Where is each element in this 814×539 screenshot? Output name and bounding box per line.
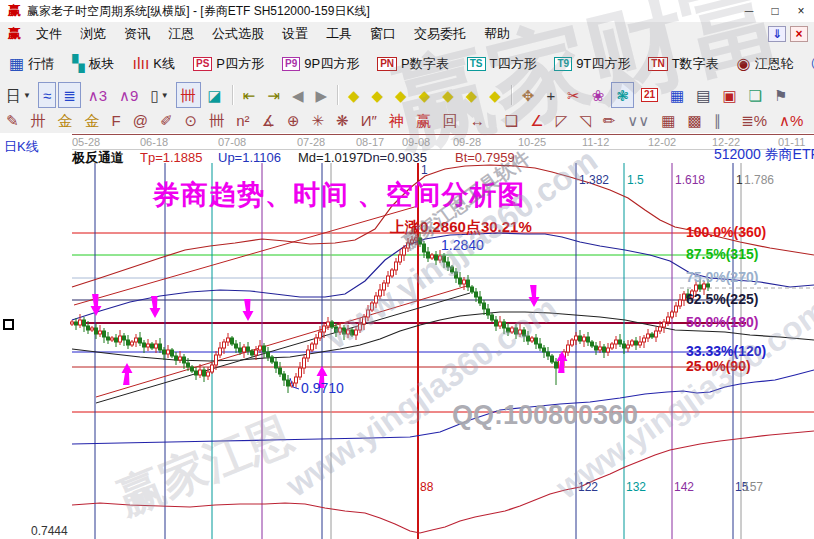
t-square-button[interactable]: TST四方形 — [459, 49, 545, 79]
target-tool-button[interactable]: ⊕ — [282, 108, 305, 134]
candle-style-button[interactable]: 日▼ — [1, 82, 36, 108]
shen-fence-tool-button[interactable]: 神 — [384, 108, 409, 134]
channel-indicator-button[interactable]: 卌 — [176, 82, 201, 108]
compress-left-diamond-button[interactable]: ◆ — [343, 82, 365, 108]
zoom-in-diamond-button[interactable]: ◆ — [461, 82, 483, 108]
sectors-button[interactable]: ▚板块 — [64, 49, 122, 79]
cut-tool-button[interactable]: ✂ — [562, 82, 585, 108]
wave-mark-tool-button[interactable]: И″ — [356, 108, 382, 134]
volume-chart-button[interactable]: ◪ — [203, 82, 227, 108]
menu-item-9[interactable]: 帮助 — [475, 24, 519, 43]
time-rule-button[interactable]: 卅 — [26, 108, 51, 134]
win-fence-tool-button[interactable]: 赢 — [411, 108, 436, 134]
trade-icon: ⚑ — [774, 88, 787, 103]
next-bar-button[interactable]: ▶ — [310, 82, 332, 108]
nine-p-square-button[interactable]: P99P四方形 — [274, 49, 367, 79]
last-bar-button[interactable]: ⇥ — [262, 82, 285, 108]
prev-bar-button[interactable]: ◀ — [287, 82, 309, 108]
left-edge-marker[interactable] — [3, 319, 14, 330]
gold-rule-button[interactable]: 金 — [53, 108, 78, 134]
grid-large-tool-button[interactable]: ▩ — [683, 108, 707, 134]
gann-wheel-button[interactable]: ◉江恩轮 — [729, 49, 802, 79]
trade-button[interactable]: ⚑ — [769, 82, 792, 108]
t-number-table-button[interactable]: TNT数字表 — [640, 49, 726, 79]
calendar-button[interactable]: 21 — [636, 82, 663, 108]
menu-item-1[interactable]: 浏览 — [71, 24, 115, 43]
grid-fan-tool-button[interactable]: ◹ — [574, 108, 596, 134]
mdi-restore-icon[interactable]: ⇓ — [768, 26, 786, 42]
channel-overlay-button[interactable]: ≈ — [38, 82, 56, 108]
date-tick-label: 08-17 — [356, 136, 384, 148]
save-button[interactable]: ▣ — [717, 82, 741, 108]
p-number-table-button[interactable]: PNP数字表 — [369, 49, 457, 79]
measure-percent-button[interactable]: ≣% — [736, 108, 772, 134]
grid-small-tool-button[interactable]: ▦ — [656, 108, 680, 134]
wave-9-button[interactable]: ∧9 — [114, 82, 143, 108]
draw-lines-tool-button[interactable]: ✏ — [598, 108, 621, 134]
expand-all-diamond-button[interactable]: ◆ — [437, 82, 459, 108]
star-web-tool-button[interactable]: ✳ — [307, 108, 330, 134]
crosshair-tool-button[interactable]: + — [541, 82, 560, 108]
mdi-close-icon[interactable]: × — [790, 26, 808, 42]
mark-tool-button[interactable]: ❀ — [587, 82, 610, 108]
bar-style-button[interactable]: ▯▼ — [145, 82, 173, 108]
notes-button[interactable]: ▤ — [691, 82, 715, 108]
menu-item-4[interactable]: 公式选股 — [203, 24, 273, 43]
wave-percent-button[interactable]: ∧% — [774, 108, 808, 134]
web-tool-button[interactable]: ❃ — [611, 82, 634, 108]
menu-item-8[interactable]: 交易委托 — [405, 24, 475, 43]
date-tick-label: 12-02 — [648, 136, 676, 148]
span-measure-tool-icon: ↔ — [470, 113, 485, 128]
info-panel-button[interactable]: ≣ — [58, 82, 81, 108]
menu-item-2[interactable]: 资讯 — [115, 24, 159, 43]
pencil-tool-button[interactable]: ✎ — [1, 108, 24, 134]
kline-button[interactable]: ılııK线 — [124, 49, 183, 79]
gann-clock-button[interactable]: ⊙ — [180, 108, 203, 134]
pencil-2-tool-button[interactable]: ✐ — [155, 108, 178, 134]
menu-item-3[interactable]: 江恩 — [159, 24, 203, 43]
n-square-tool-button[interactable]: n² — [231, 108, 254, 134]
zoom-out-diamond-button[interactable]: ◆ — [484, 82, 506, 108]
analysis-title: 券商趋势、时间 、空间分析图 — [153, 181, 526, 211]
quotes-button[interactable]: ▦行情 — [1, 49, 62, 79]
gold-rule-2-button[interactable]: 金 — [80, 108, 105, 134]
angle-tool-button[interactable]: ∡ — [256, 108, 279, 134]
first-bar-button[interactable]: ⇤ — [238, 82, 261, 108]
close-button[interactable]: × — [788, 2, 814, 20]
calculator-button[interactable]: ▦ — [665, 82, 689, 108]
menu-item-0[interactable]: 文件 — [27, 24, 71, 43]
spiral-tool-button[interactable]: @ — [128, 108, 153, 134]
nine-t-square-button[interactable]: T99T四方形 — [546, 49, 638, 79]
span-measure-tool-button[interactable]: ↔ — [465, 108, 490, 134]
compress-right-diamond-button[interactable]: ◆ — [367, 82, 389, 108]
time-line-bottom-label: 122 — [578, 481, 598, 494]
zigzag-tool-button[interactable]: ∨∨ — [622, 108, 654, 134]
maximize-button[interactable]: □ — [762, 2, 788, 20]
minimize-button[interactable]: ─ — [736, 2, 762, 20]
menu-item-5[interactable]: 设置 — [273, 24, 317, 43]
menu-item-6[interactable]: 工具 — [317, 24, 361, 43]
fan-box-tool-button[interactable]: ◸ — [551, 108, 573, 134]
box-fence-tool-button[interactable]: 回 — [438, 108, 463, 134]
pan-tool-button[interactable]: ✥ — [517, 82, 540, 108]
date-tick-label: 07-08 — [218, 136, 246, 148]
p-square-button[interactable]: PSP四方形 — [185, 49, 272, 79]
rect-tool-button[interactable]: ❑ — [500, 108, 523, 134]
chart-canvas[interactable]: 05-2806-1807-0807-2808-1709-0809-2810-25… — [0, 133, 814, 539]
f-rule-button[interactable]: F — [107, 108, 126, 134]
parallel-lines-tool-button[interactable]: ∥ — [709, 108, 727, 134]
compress-diamond-button[interactable]: ◆ — [414, 82, 436, 108]
view-toolbar: 日▼≈≣∧3∧9▯▼卌◪⇤⇥◀▶◆◆◆◆◆◆◆✥+✂❀❃21▦▤▣❏⚑ — [0, 82, 814, 109]
spider-web-tool-button[interactable]: ❋ — [331, 108, 354, 134]
fan-tool-button[interactable]: ∠ — [525, 108, 548, 134]
rule-tool-button[interactable]: 卌 — [204, 108, 229, 134]
menu-item-7[interactable]: 窗口 — [361, 24, 405, 43]
pencil-2-tool-icon: ✐ — [160, 113, 173, 128]
copy-button[interactable]: ❏ — [744, 82, 767, 108]
winner-wheel-button[interactable]: Ⓑ赢家轮 — [804, 49, 814, 79]
percent-button[interactable]: % — [810, 108, 814, 134]
curve-Bt — [72, 431, 814, 533]
wave-3-button[interactable]: ∧3 — [83, 82, 112, 108]
f-rule-icon: F — [112, 113, 121, 128]
expand-diamond-button[interactable]: ◆ — [390, 82, 412, 108]
